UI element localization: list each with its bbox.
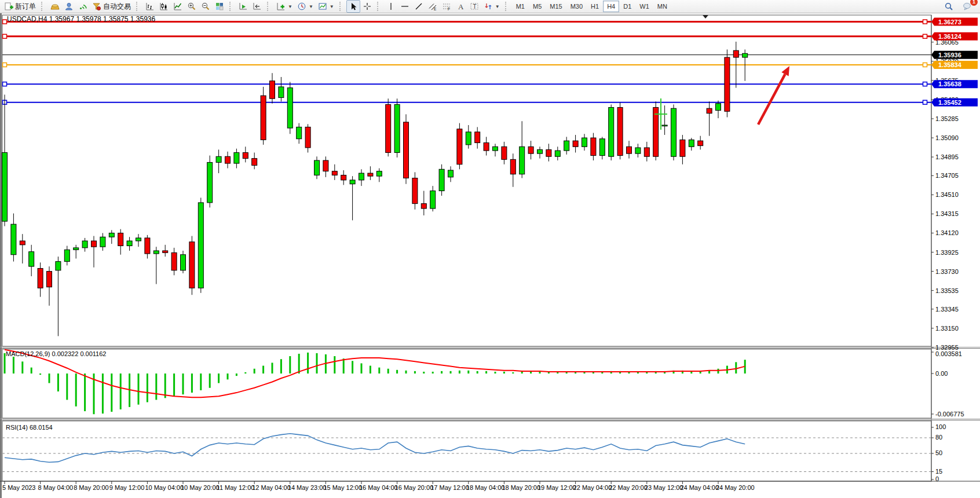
candle-body-bull <box>287 88 292 128</box>
resistance-line-2-handle[interactable] <box>3 34 7 38</box>
timeframe-h4-button[interactable]: H4 <box>603 1 619 12</box>
text-tool-button[interactable]: A <box>454 0 467 13</box>
orange-level-line-handle[interactable] <box>923 63 927 67</box>
toolbar-group <box>141 0 228 13</box>
date-tick-label: 10 May 04:00 <box>145 484 184 491</box>
line-chart-mode-button[interactable] <box>171 0 185 13</box>
bar-chart-mode-button[interactable] <box>143 0 157 13</box>
search-button[interactable] <box>942 0 956 13</box>
rsi-label: RSI(14) 68.0154 <box>6 424 53 431</box>
candle-body-bear <box>475 132 480 143</box>
timeframe-w1-button[interactable]: W1 <box>635 1 653 12</box>
market-watch-button[interactable] <box>62 0 76 13</box>
date-tick-label: 22 May 20:00 <box>609 484 648 491</box>
price-tick-label: 1.34510 <box>935 191 959 198</box>
templates-button[interactable]: ▼ <box>316 0 337 13</box>
candle-body-bull <box>207 162 213 202</box>
toolbar-grip <box>41 2 45 11</box>
candle-body-bear <box>305 127 310 148</box>
notification-badge: 1 <box>970 0 978 6</box>
candle-body-bull <box>279 87 284 98</box>
candle-body-bear <box>270 81 275 99</box>
candle-body-bear <box>546 149 551 156</box>
macd-label: MACD(12,26,9) 0.002322 0.001162 <box>6 350 106 357</box>
candle-body-bear <box>261 96 266 140</box>
dropdown-arrow-icon[interactable]: ▼ <box>288 4 292 9</box>
resistance-line-1-handle[interactable] <box>923 20 927 24</box>
zoom-out-button[interactable] <box>199 0 213 13</box>
tile-windows-button-icon <box>215 2 224 11</box>
candle-body-bull <box>439 169 444 191</box>
candle-body-bear <box>92 241 97 247</box>
cursor-tool-button[interactable] <box>346 0 360 13</box>
price-tick-label: 1.34705 <box>935 172 959 179</box>
price-tick-label: 1.35090 <box>935 134 959 141</box>
candle-chart-mode-button[interactable] <box>157 0 171 13</box>
periods-button[interactable]: ▼ <box>295 0 316 13</box>
date-tick-label: 18 May 20:00 <box>502 484 540 491</box>
label-tool-button[interactable]: T <box>467 0 481 13</box>
depth-of-market-button[interactable] <box>48 0 62 13</box>
support-line-1-handle[interactable] <box>923 82 927 86</box>
horizontal-line-tool-button[interactable] <box>398 0 412 13</box>
svg-text:F: F <box>448 7 450 11</box>
channel-tool-button-icon: E <box>428 2 437 11</box>
date-tick-label: 24 May 20:00 <box>716 484 755 491</box>
date-tick-label: 12 May 04:00 <box>252 484 291 491</box>
date-tick-label: 5 May 2023 <box>2 484 35 491</box>
auto-trading-button[interactable]: 自动交易 <box>90 0 133 13</box>
candle-body-bear <box>591 138 596 156</box>
candle-body-bull <box>297 127 302 138</box>
new-order-button[interactable]: 新订单 <box>2 0 38 13</box>
date-tick-label: 10 May 20:00 <box>181 484 220 491</box>
timeframe-mn-button[interactable]: MN <box>653 1 671 12</box>
candle-body-bear <box>163 251 168 252</box>
support-line-2-handle[interactable] <box>923 100 927 104</box>
candle-body-bear <box>20 241 25 245</box>
timeframe-d1-button[interactable]: D1 <box>619 1 635 12</box>
candle-body-bull <box>234 152 239 163</box>
timeframe-m1-button[interactable]: M1 <box>512 1 529 12</box>
candle-body-bull <box>609 108 614 157</box>
indicators-button[interactable]: ▼ <box>274 0 295 13</box>
candle-body-bear <box>47 272 52 287</box>
fibonacci-tool-button[interactable]: F <box>440 0 454 13</box>
signals-button[interactable] <box>76 0 90 13</box>
new-order-button-icon <box>4 2 13 11</box>
trendline-tool-button[interactable] <box>412 0 426 13</box>
macd-tick-label: 0.003581 <box>935 350 962 357</box>
orange-level-line-handle[interactable] <box>3 63 7 67</box>
chart-shift-button[interactable] <box>250 0 264 13</box>
chart-canvas[interactable]: 1.360651.358701.356751.354801.352851.350… <box>0 0 980 498</box>
toolbar-grip <box>267 2 271 11</box>
timeframe-h1-button[interactable]: H1 <box>587 1 603 12</box>
toolbar-group: 新订单 <box>0 0 40 13</box>
candle-body-bear <box>573 141 578 147</box>
candle-body-bear <box>341 175 346 180</box>
dropdown-arrow-icon[interactable]: ▼ <box>330 4 334 9</box>
crosshair-tool-button[interactable] <box>360 0 374 13</box>
zoom-in-button[interactable] <box>185 0 199 13</box>
arrows-tool-button[interactable]: ▼ <box>481 0 502 13</box>
chart-window-bg <box>0 13 980 498</box>
timeframe-m15-button[interactable]: M15 <box>546 1 566 12</box>
auto-scroll-button[interactable] <box>236 0 250 13</box>
signals-button-icon <box>78 2 87 11</box>
timeframe-m30-button[interactable]: M30 <box>566 1 587 12</box>
arrows-tool-button-icon <box>484 2 493 11</box>
channel-tool-button[interactable]: E <box>426 0 440 13</box>
dropdown-arrow-icon[interactable]: ▼ <box>309 4 313 9</box>
vertical-line-tool-button[interactable] <box>384 0 398 13</box>
dropdown-arrow-icon[interactable]: ▼ <box>495 4 500 9</box>
resistance-line-2-handle[interactable] <box>923 34 927 38</box>
toolbar-group: 自动交易 <box>46 0 135 13</box>
candle-body-bear <box>653 108 659 157</box>
timeframe-m5-button[interactable]: M5 <box>529 1 546 12</box>
resistance-line-1-handle[interactable] <box>3 20 7 24</box>
support-line-1-handle[interactable] <box>3 82 7 86</box>
tile-windows-button[interactable] <box>213 0 226 13</box>
date-tick-label: 22 May 04:00 <box>573 484 612 491</box>
candle-body-bear <box>617 108 623 156</box>
svg-text:A: A <box>458 2 464 11</box>
notifications-button[interactable]: 1 <box>960 0 974 13</box>
